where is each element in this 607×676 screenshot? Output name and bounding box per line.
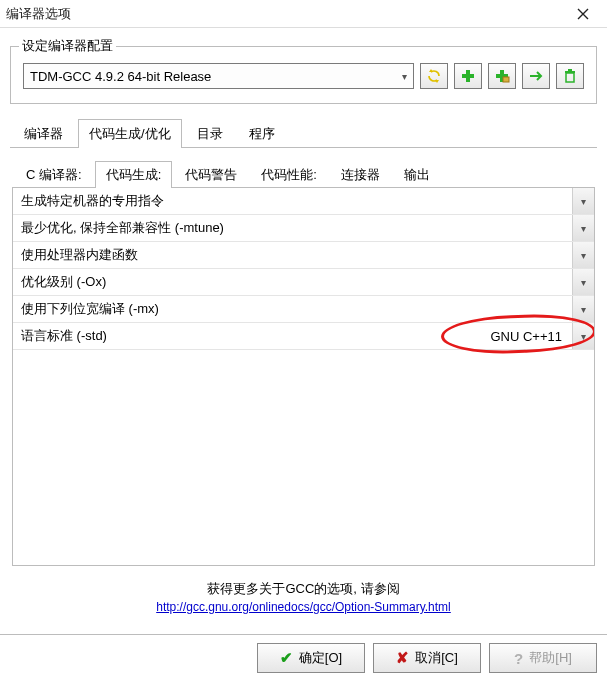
option-row: 使用下列位宽编译 (-mx) ▾ — [13, 296, 594, 323]
window-close-button[interactable] — [563, 2, 603, 26]
question-icon: ? — [514, 650, 523, 667]
gcc-docs-link[interactable]: http://gcc.gnu.org/onlinedocs/gcc/Option… — [156, 600, 451, 614]
tab-label: 代码生成/优化 — [89, 126, 171, 141]
help-button[interactable]: ? 帮助[H] — [489, 643, 597, 673]
check-icon: ✔ — [280, 649, 293, 667]
chevron-down-icon: ▾ — [581, 250, 586, 261]
option-dropdown[interactable]: ▾ — [572, 242, 594, 268]
option-row: 最少优化, 保持全部兼容性 (-mtune) ▾ — [13, 215, 594, 242]
tab-dirs[interactable]: 目录 — [186, 119, 234, 148]
ok-button[interactable]: ✔ 确定[O] — [257, 643, 365, 673]
x-icon: ✘ — [396, 649, 409, 667]
rename-button[interactable] — [522, 63, 550, 89]
option-dropdown[interactable]: ▾ — [572, 215, 594, 241]
tab-label: C 编译器: — [26, 167, 82, 182]
plus-icon — [460, 68, 476, 84]
add-button[interactable] — [454, 63, 482, 89]
chevron-down-icon: ▾ — [581, 331, 586, 342]
subtab-c-compiler[interactable]: C 编译器: — [15, 161, 93, 188]
rename-icon — [528, 68, 544, 84]
subtab-warnings[interactable]: 代码警告 — [174, 161, 248, 188]
tab-codegen[interactable]: 代码生成/优化 — [78, 119, 182, 148]
subtab-codegen[interactable]: 代码生成: — [95, 161, 173, 188]
main-tabbar: 编译器 代码生成/优化 目录 程序 — [10, 118, 597, 148]
option-dropdown[interactable]: ▾ — [572, 269, 594, 295]
svg-rect-5 — [566, 73, 574, 82]
dialog-buttons: ✔ 确定[O] ✘ 取消[C] ? 帮助[H] — [0, 635, 607, 676]
cancel-label: 取消[C] — [415, 649, 458, 667]
help-label: 帮助[H] — [529, 649, 572, 667]
svg-rect-6 — [565, 71, 575, 73]
svg-rect-7 — [568, 69, 572, 71]
subtab-output[interactable]: 输出 — [393, 161, 441, 188]
chevron-down-icon: ▾ — [581, 304, 586, 315]
tab-label: 目录 — [197, 126, 223, 141]
title-bar: 编译器选项 — [0, 0, 607, 28]
svg-rect-1 — [462, 74, 474, 78]
cancel-button[interactable]: ✘ 取消[C] — [373, 643, 481, 673]
option-label: 生成特定机器的专用指令 — [13, 188, 572, 214]
ok-label: 确定[O] — [299, 649, 342, 667]
find-replace-button[interactable] — [420, 63, 448, 89]
chevron-down-icon: ▾ — [581, 277, 586, 288]
find-replace-icon — [426, 68, 442, 84]
plus-folder-icon — [494, 68, 510, 84]
option-label: 最少优化, 保持全部兼容性 (-mtune) — [13, 215, 572, 241]
tab-label: 输出 — [404, 167, 430, 182]
option-row-std: 语言标准 (-std) GNU C++11 ▾ — [13, 323, 594, 350]
sub-tabbar: C 编译器: 代码生成: 代码警告 代码性能: 连接器 输出 — [12, 160, 595, 188]
option-dropdown[interactable]: ▾ — [572, 323, 594, 349]
option-label: 使用下列位宽编译 (-mx) — [13, 296, 572, 322]
tab-label: 编译器 — [24, 126, 63, 141]
subtab-linker[interactable]: 连接器 — [330, 161, 391, 188]
window-title: 编译器选项 — [6, 5, 71, 23]
tab-label: 代码性能: — [261, 167, 317, 182]
tab-compiler[interactable]: 编译器 — [13, 119, 74, 148]
option-label: 使用处理器内建函数 — [13, 242, 572, 268]
option-dropdown[interactable]: ▾ — [572, 296, 594, 322]
option-label: 优化级别 (-Ox) — [13, 269, 572, 295]
compiler-config-label: 设定编译器配置 — [19, 37, 116, 55]
delete-button[interactable] — [556, 63, 584, 89]
chevron-down-icon: ▾ — [581, 196, 586, 207]
options-list: 生成特定机器的专用指令 ▾ 最少优化, 保持全部兼容性 (-mtune) ▾ 使… — [12, 188, 595, 566]
footer-text: 获得更多关于GCC的选项, 请参阅 — [10, 580, 597, 598]
svg-rect-4 — [503, 77, 509, 82]
chevron-down-icon: ▾ — [581, 223, 586, 234]
option-value-text: GNU C++11 — [432, 329, 568, 344]
option-row: 优化级别 (-Ox) ▾ — [13, 269, 594, 296]
compiler-config-combo[interactable]: TDM-GCC 4.9.2 64-bit Release ▾ — [23, 63, 414, 89]
chevron-down-icon: ▾ — [402, 71, 407, 82]
option-dropdown[interactable]: ▾ — [572, 188, 594, 214]
option-row: 生成特定机器的专用指令 ▾ — [13, 188, 594, 215]
dialog-body: 设定编译器配置 TDM-GCC 4.9.2 64-bit Release ▾ — [0, 28, 607, 618]
option-row: 使用处理器内建函数 ▾ — [13, 242, 594, 269]
add-folder-button[interactable] — [488, 63, 516, 89]
compiler-config-group: 设定编译器配置 TDM-GCC 4.9.2 64-bit Release ▾ — [10, 46, 597, 104]
tab-label: 程序 — [249, 126, 275, 141]
option-label: 语言标准 (-std) — [13, 323, 432, 349]
compiler-config-selected: TDM-GCC 4.9.2 64-bit Release — [30, 69, 211, 84]
trash-icon — [562, 68, 578, 84]
option-value: GNU C++11 — [432, 323, 572, 349]
footer-link-row: http://gcc.gnu.org/onlinedocs/gcc/Option… — [10, 600, 597, 614]
tab-programs[interactable]: 程序 — [238, 119, 286, 148]
subtab-perf[interactable]: 代码性能: — [250, 161, 328, 188]
tab-label: 代码生成: — [106, 167, 162, 182]
tab-label: 代码警告 — [185, 167, 237, 182]
close-icon — [577, 8, 589, 20]
tab-label: 连接器 — [341, 167, 380, 182]
